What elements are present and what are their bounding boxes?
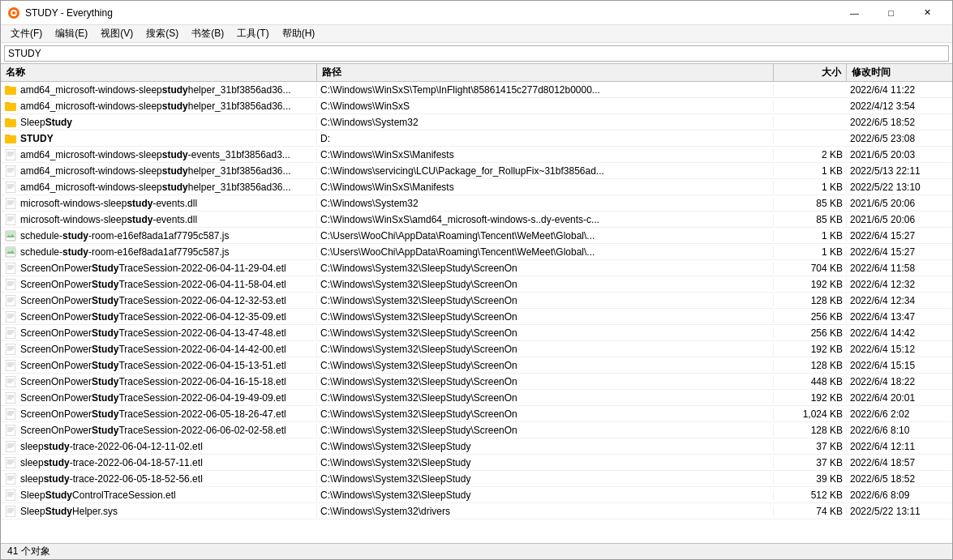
- cell-name: microsoft-windows-sleepstudy-events.dll: [1, 197, 317, 210]
- table-row[interactable]: ScreenOnPowerStudyTraceSession-2022-06-0…: [1, 422, 952, 438]
- svg-rect-9: [5, 135, 16, 143]
- generic-file-icon: [4, 327, 17, 340]
- cell-name: ScreenOnPowerStudyTraceSession-2022-06-0…: [1, 408, 317, 421]
- generic-file-icon: [4, 440, 17, 453]
- cell-date: 2022/6/4 15:27: [847, 246, 952, 258]
- cell-name: microsoft-windows-sleepstudy-events.dll: [1, 213, 317, 226]
- cell-name: ScreenOnPowerStudyTraceSession-2022-06-0…: [1, 391, 317, 404]
- table-row[interactable]: amd64_microsoft-windows-sleepstudy-event…: [1, 147, 952, 163]
- cell-date: 2022/6/4 14:42: [847, 327, 952, 339]
- svg-rect-97: [6, 506, 15, 517]
- generic-file-icon: [4, 165, 17, 177]
- col-header-size[interactable]: 大小: [774, 64, 847, 81]
- search-input[interactable]: [4, 45, 949, 62]
- search-bar: [1, 43, 952, 64]
- close-button[interactable]: ✕: [909, 1, 946, 25]
- generic-file-icon: [4, 489, 17, 502]
- svg-point-2: [12, 11, 15, 15]
- cell-date: 2022/5/22 13:11: [847, 506, 952, 517]
- file-list[interactable]: amd64_microsoft-windows-sleepstudyhelper…: [1, 82, 952, 543]
- table-row[interactable]: SleepStudyControlTraceSession.etlC:\Wind…: [1, 487, 952, 503]
- cell-path: C:\Users\WooChi\AppData\Roaming\Tencent\…: [317, 246, 774, 258]
- cell-name: ScreenOnPowerStudyTraceSession-2022-06-0…: [1, 359, 317, 372]
- table-row[interactable]: microsoft-windows-sleepstudy-events.dllC…: [1, 195, 952, 212]
- menu-item[interactable]: 工具(T): [230, 25, 275, 42]
- svg-rect-3: [5, 87, 16, 95]
- svg-rect-53: [6, 327, 15, 339]
- cell-size: 448 KB: [774, 376, 847, 387]
- table-row[interactable]: ScreenOnPowerStudyTraceSession-2022-06-0…: [1, 260, 952, 276]
- table-row[interactable]: amd64_microsoft-windows-sleepstudyhelper…: [1, 98, 952, 114]
- table-row[interactable]: ScreenOnPowerStudyTraceSession-2022-06-0…: [1, 374, 952, 390]
- table-row[interactable]: ScreenOnPowerStudyTraceSession-2022-06-0…: [1, 325, 952, 341]
- file-name-text: ScreenOnPowerStudyTraceSession-2022-06-0…: [20, 311, 286, 323]
- svg-rect-73: [6, 408, 15, 420]
- table-row[interactable]: ScreenOnPowerStudyTraceSession-2022-06-0…: [1, 341, 952, 357]
- svg-rect-41: [6, 279, 15, 290]
- generic-file-icon: [4, 375, 17, 388]
- col-header-name[interactable]: 名称: [1, 64, 317, 81]
- title-bar: STUDY - Everything — □ ✕: [1, 1, 952, 25]
- table-row[interactable]: amd64_microsoft-windows-sleepstudyhelper…: [1, 82, 952, 98]
- cell-date: 2022/6/4 11:58: [847, 263, 952, 274]
- table-row[interactable]: schedule-study-room-e16ef8ada1af7795c587…: [1, 244, 952, 260]
- cell-name: STUDY: [1, 132, 317, 145]
- table-row[interactable]: ScreenOnPowerStudyTraceSession-2022-06-0…: [1, 309, 952, 325]
- cell-size: 128 KB: [774, 425, 847, 436]
- menu-item[interactable]: 帮助(H): [276, 25, 322, 42]
- svg-rect-37: [6, 263, 15, 274]
- generic-file-icon: [4, 262, 17, 275]
- svg-rect-49: [6, 311, 15, 323]
- column-header: 名称 路径 大小 修改时间: [1, 64, 952, 82]
- table-row[interactable]: schedule-study-room-e16ef8ada1af7795c587…: [1, 228, 952, 244]
- file-name-text: ScreenOnPowerStudyTraceSession-2022-06-0…: [20, 279, 286, 290]
- table-row[interactable]: SleepStudyHelper.sysC:\Windows\System32\…: [1, 503, 952, 519]
- cell-date: 2022/6/4 18:22: [847, 376, 952, 387]
- menu-item[interactable]: 搜索(S): [140, 25, 185, 42]
- svg-rect-5: [5, 103, 16, 111]
- table-row[interactable]: amd64_microsoft-windows-sleepstudyhelper…: [1, 163, 952, 179]
- minimize-button[interactable]: —: [836, 1, 873, 25]
- col-header-path[interactable]: 路径: [317, 64, 774, 81]
- table-row[interactable]: ScreenOnPowerStudyTraceSession-2022-06-0…: [1, 276, 952, 293]
- cell-path: C:\Windows\WinSxS\Manifests: [317, 149, 774, 160]
- cell-size: 192 KB: [774, 392, 847, 404]
- cell-size: 2 KB: [774, 149, 847, 160]
- menu-item[interactable]: 书签(B): [185, 25, 230, 42]
- folder-icon: [4, 116, 17, 129]
- col-header-date[interactable]: 修改时间: [847, 64, 952, 81]
- cell-size: 1,024 KB: [774, 408, 847, 420]
- svg-rect-77: [6, 425, 15, 436]
- cell-name: ScreenOnPowerStudyTraceSession-2022-06-0…: [1, 294, 317, 307]
- table-row[interactable]: STUDYD:2022/6/5 23:08: [1, 130, 952, 147]
- table-row[interactable]: sleepstudy-trace-2022-06-05-18-52-56.etl…: [1, 471, 952, 487]
- table-row[interactable]: sleepstudy-trace-2022-06-04-12-11-02.etl…: [1, 438, 952, 455]
- cell-path: C:\Windows\System32\SleepStudy: [317, 489, 774, 501]
- menu-item[interactable]: 视图(V): [94, 25, 140, 42]
- cell-size: 39 KB: [774, 473, 847, 485]
- table-row[interactable]: ScreenOnPowerStudyTraceSession-2022-06-0…: [1, 357, 952, 374]
- menu-item[interactable]: 文件(F): [4, 25, 49, 42]
- table-row[interactable]: amd64_microsoft-windows-sleepstudyhelper…: [1, 179, 952, 195]
- table-row[interactable]: microsoft-windows-sleepstudy-events.dllC…: [1, 212, 952, 228]
- cell-size: 512 KB: [774, 489, 847, 501]
- table-row[interactable]: ScreenOnPowerStudyTraceSession-2022-06-0…: [1, 406, 952, 422]
- cell-size: 85 KB: [774, 198, 847, 209]
- table-row[interactable]: ScreenOnPowerStudyTraceSession-2022-06-0…: [1, 390, 952, 406]
- file-name-text: STUDY: [20, 133, 54, 144]
- menu-item[interactable]: 编辑(E): [49, 25, 94, 42]
- folder-icon: [4, 132, 17, 145]
- file-name-text: ScreenOnPowerStudyTraceSession-2022-06-0…: [20, 376, 286, 387]
- file-name-text: amd64_microsoft-windows-sleepstudyhelper…: [20, 182, 291, 193]
- table-row[interactable]: sleepstudy-trace-2022-06-04-18-57-11.etl…: [1, 455, 952, 471]
- svg-rect-11: [6, 149, 15, 160]
- main-window: STUDY - Everything — □ ✕ 文件(F)编辑(E)视图(V)…: [0, 0, 953, 560]
- menu-bar: 文件(F)编辑(E)视图(V)搜索(S)书签(B)工具(T)帮助(H): [1, 25, 952, 43]
- maximize-button[interactable]: □: [873, 1, 909, 25]
- table-row[interactable]: SleepStudyC:\Windows\System322022/6/5 18…: [1, 114, 952, 130]
- cell-date: 2022/6/5 23:08: [847, 133, 952, 144]
- table-row[interactable]: ScreenOnPowerStudyTraceSession-2022-06-0…: [1, 293, 952, 309]
- cell-path: C:\Windows\System32: [317, 117, 774, 128]
- cell-path: C:\Windows\System32\SleepStudy\ScreenOn: [317, 295, 774, 306]
- cell-size: 85 KB: [774, 214, 847, 225]
